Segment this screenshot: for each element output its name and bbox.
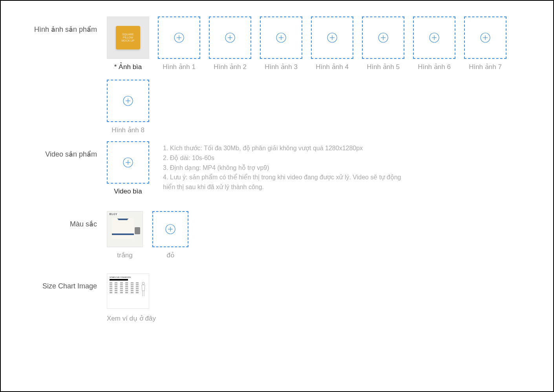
sweater-thumb: IELGY (107, 211, 143, 247)
label-size-chart: Size Chart Image (28, 273, 107, 290)
product-video-content: Video bìa 1. Kích thước: Tối đa 30Mb, độ… (107, 141, 526, 195)
image-slot-2-caption: Hình ảnh 2 (214, 63, 247, 71)
plus-icon (276, 32, 287, 43)
video-hint-line-4: 4. Lưu ý: sản phẩm có thể hiển thị trong… (163, 173, 414, 192)
image-slot-4-wrap: Hình ảnh 4 (311, 16, 353, 71)
svg-point-30 (142, 282, 144, 284)
color-caption-trang: trắng (117, 251, 132, 259)
size-chart-wrap: WOMEN SIZE CONVERSION (107, 273, 526, 323)
image-slot-3[interactable] (260, 16, 302, 59)
row-product-video: Video sản phẩm Video bìa 1. Kích thước: … (28, 141, 526, 195)
image-slot-8[interactable] (107, 80, 149, 122)
image-slot-2-wrap: Hình ảnh 2 (209, 16, 251, 71)
image-slot-8-wrap: Hình ảnh 8 (107, 80, 149, 134)
image-slot-8-caption: Hình ảnh 8 (112, 126, 144, 134)
plus-icon (123, 157, 133, 168)
image-slot-5[interactable] (362, 16, 404, 59)
cover-video-slot-wrap: Video bìa (107, 141, 149, 195)
video-hint: 1. Kích thước: Tối đa 30Mb, độ phân giải… (163, 141, 414, 192)
product-images-content: SQUAREPILLOWMOCK-UP Ảnh bìa Hình ảnh 1 (107, 16, 526, 134)
plus-icon (480, 32, 491, 43)
label-product-video: Video sản phẩm (28, 141, 107, 159)
colors-content: IELGY trắng đỏ (107, 211, 526, 259)
size-chart-content: WOMEN SIZE CONVERSION (107, 273, 526, 323)
product-image-slots: SQUAREPILLOWMOCK-UP Ảnh bìa Hình ảnh 1 (107, 16, 526, 134)
color-slots: IELGY trắng đỏ (107, 211, 526, 259)
video-hint-line-1: 1. Kích thước: Tối đa 30Mb, độ phân giải… (163, 144, 414, 153)
camera-icon (135, 227, 140, 234)
color-slot-trang-wrap: IELGY trắng (107, 211, 143, 259)
label-colors: Màu sắc (28, 211, 107, 228)
form-panel: Hình ảnh sản phẩm SQUAREPILLOWMOCK-UP Ản… (0, 0, 554, 392)
image-slot-4[interactable] (311, 16, 353, 59)
row-size-chart: Size Chart Image WOMEN SIZE CONVERSION (28, 273, 526, 323)
size-chart-thumb[interactable]: WOMEN SIZE CONVERSION (107, 273, 149, 309)
image-slot-7[interactable] (464, 16, 506, 59)
plus-icon (123, 95, 133, 106)
image-slot-3-caption: Hình ảnh 3 (265, 63, 298, 71)
plus-icon (174, 32, 185, 43)
image-slot-5-wrap: Hình ảnh 5 (362, 16, 404, 71)
image-slot-6-caption: Hình ảnh 6 (418, 63, 451, 71)
plus-icon (378, 32, 389, 43)
color-slot-trang[interactable]: IELGY (107, 211, 143, 247)
image-slot-4-caption: Hình ảnh 4 (316, 63, 349, 71)
cover-image-thumb: SQUAREPILLOWMOCK-UP (107, 17, 149, 58)
plus-icon (429, 32, 440, 43)
color-slot-do[interactable] (152, 211, 188, 247)
video-side: Video bìa 1. Kích thước: Tối đa 30Mb, độ… (107, 141, 526, 195)
sweater-icon (112, 218, 134, 239)
image-slot-1[interactable] (158, 16, 200, 59)
color-slot-do-wrap: đỏ (152, 211, 188, 259)
cover-video-slot[interactable] (107, 141, 149, 184)
row-colors: Màu sắc IELGY trắng (28, 211, 526, 259)
image-slot-3-wrap: Hình ảnh 3 (260, 16, 302, 71)
cover-image-caption: Ảnh bìa (114, 63, 142, 71)
image-slot-6[interactable] (413, 16, 455, 59)
size-chart-example-link[interactable]: Xem ví dụ ở đây (107, 314, 156, 323)
color-caption-do: đỏ (166, 251, 174, 259)
image-slot-1-caption: Hình ảnh 1 (163, 63, 196, 71)
video-hint-line-2: 2. Độ dài: 10s-60s (163, 153, 414, 163)
plus-icon (165, 224, 176, 235)
image-slot-7-wrap: Hình ảnh 7 (464, 16, 506, 71)
image-slot-5-caption: Hình ảnh 5 (367, 63, 400, 71)
image-slot-1-wrap: Hình ảnh 1 (158, 16, 200, 71)
pillow-icon: SQUAREPILLOWMOCK-UP (116, 26, 140, 49)
image-slot-2[interactable] (209, 16, 251, 59)
plus-icon (327, 32, 338, 43)
plus-icon (225, 32, 236, 43)
row-product-images: Hình ảnh sản phẩm SQUAREPILLOWMOCK-UP Ản… (28, 16, 526, 134)
image-slot-7-caption: Hình ảnh 7 (469, 63, 502, 71)
image-slot-6-wrap: Hình ảnh 6 (413, 16, 455, 71)
cover-image-slot[interactable]: SQUAREPILLOWMOCK-UP (107, 16, 149, 59)
label-product-images: Hình ảnh sản phẩm (28, 16, 107, 34)
video-hint-line-3: 3. Định dạng: MP4 (không hỗ trợ vp9) (163, 163, 414, 173)
cover-image-slot-wrap: SQUAREPILLOWMOCK-UP Ảnh bìa (107, 16, 149, 71)
figure-icon (140, 281, 146, 297)
cover-video-caption: Video bìa (114, 188, 142, 195)
